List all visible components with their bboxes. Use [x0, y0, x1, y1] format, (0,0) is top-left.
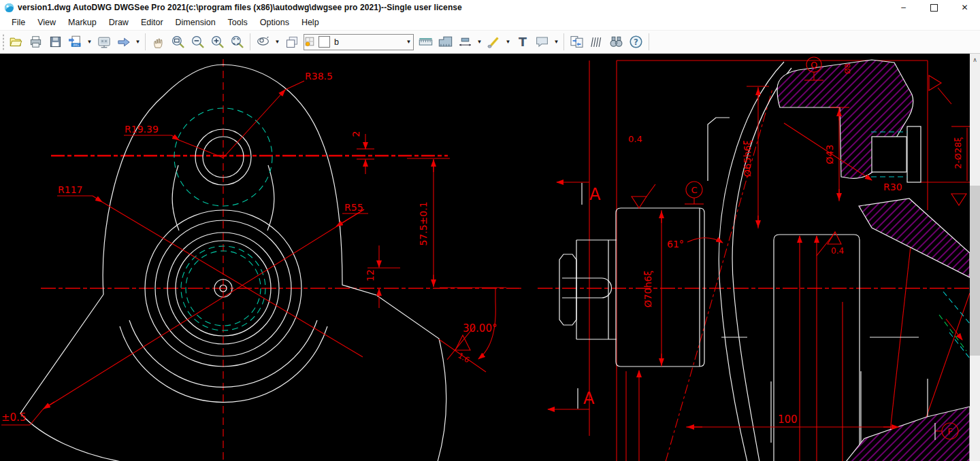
- drawing-canvas[interactable]: R38.5 R19.39 R117 R55 2 57.5±0.1 12 30.0…: [0, 54, 980, 461]
- slideshow-button[interactable]: [94, 33, 114, 51]
- measure-distance-button[interactable]: [416, 33, 436, 51]
- layer-state-icon: [304, 36, 316, 48]
- layer-combo[interactable]: b ▼: [304, 34, 414, 50]
- zoom-out-icon: [191, 35, 205, 49]
- hatch-lines-icon: [590, 35, 604, 49]
- measure-area-button[interactable]: [436, 33, 455, 51]
- vertical-scrollbar[interactable]: ∧: [970, 54, 980, 461]
- pan-hand-icon: [152, 35, 165, 49]
- datum-c-label: C: [691, 185, 697, 195]
- menu-tools[interactable]: Tools: [222, 16, 254, 29]
- zoom-in-button[interactable]: [208, 33, 227, 51]
- menu-options[interactable]: Options: [254, 16, 295, 29]
- left-dimensions: [1, 81, 506, 425]
- export-dropdown-caret[interactable]: ▼: [85, 33, 94, 51]
- toolbar-separator: [649, 33, 649, 50]
- menu-help[interactable]: Help: [295, 16, 325, 29]
- forward-arrow-icon: [117, 35, 131, 49]
- zoom-extents-button[interactable]: [227, 33, 247, 51]
- view-mode-caret[interactable]: ▼: [273, 33, 282, 51]
- pen-dropdown-caret[interactable]: ▼: [504, 33, 512, 51]
- dim-57-label: 57.5±0.1: [418, 201, 429, 245]
- dim-12-label: 12: [365, 269, 376, 281]
- zoom-window-icon: [171, 35, 185, 49]
- menu-draw[interactable]: Draw: [103, 16, 135, 29]
- pan-button[interactable]: [148, 33, 168, 51]
- layer-color-swatch: [318, 36, 330, 48]
- export-image-icon: IMG: [69, 35, 82, 49]
- menu-view[interactable]: View: [31, 16, 62, 29]
- datum-q-label: Q: [811, 60, 817, 70]
- toolbar-grip[interactable]: [1, 34, 5, 50]
- title-bar: version1.dwg AutoDWG DWGSee Pro 2021(c:\…: [0, 0, 980, 15]
- maximize-button[interactable]: [919, 0, 949, 15]
- view-dropdown-caret[interactable]: ▼: [133, 33, 142, 51]
- ruler-icon: [419, 35, 433, 49]
- green-dashed-line: [939, 315, 966, 351]
- dia70-label: Ø70h6ξ: [642, 271, 653, 307]
- dim-30deg-label: 30.00°: [463, 322, 497, 335]
- zoom-in-icon: [210, 35, 225, 49]
- dia8-label: Ø8: [843, 63, 852, 74]
- view-mode-button[interactable]: [253, 33, 273, 51]
- layers-button[interactable]: [282, 33, 301, 51]
- layer-combo-value: b: [334, 37, 404, 47]
- menu-file[interactable]: File: [5, 16, 31, 29]
- toolbar-separator: [250, 33, 250, 50]
- hatch-button[interactable]: [587, 33, 606, 51]
- rough-04-top-label: 0.4: [628, 134, 642, 144]
- toolbar: IMG ▼ ▼ ▼ b ▼ ▼ ▼ T ▼ ?: [0, 31, 980, 54]
- rough-04-mid-label: 0.4: [831, 246, 844, 256]
- close-button[interactable]: ✕: [949, 0, 980, 15]
- minimize-button[interactable]: –: [888, 0, 919, 15]
- print-button[interactable]: [26, 33, 46, 51]
- binoculars-icon: [609, 35, 623, 49]
- export-image-button[interactable]: IMG: [65, 33, 85, 51]
- markup-pen-button[interactable]: [484, 33, 504, 51]
- zoom-window-button[interactable]: [168, 33, 188, 51]
- monitor-icon: [97, 35, 111, 49]
- zoom-extents-icon: [230, 35, 244, 49]
- zoom-out-button[interactable]: [188, 33, 208, 51]
- scrollbar-thumb[interactable]: [970, 186, 980, 356]
- cam-profile: [20, 65, 446, 461]
- holes-label: 2-Ø28ξ: [953, 137, 963, 169]
- scroll-up-button[interactable]: ∧: [970, 54, 980, 65]
- text-tool-icon: T: [516, 35, 529, 49]
- svg-text:IMG: IMG: [73, 43, 79, 46]
- measure-length-icon: [458, 35, 472, 49]
- cad-drawing: R38.5 R19.39 R117 R55 2 57.5±0.1 12 30.0…: [0, 54, 970, 461]
- right-view: 0.4 A A C Q F Ø8 Ø65h6ξ Ø70h6ξ Ø43 61° R…: [538, 57, 970, 461]
- left-view: R38.5 R19.39 R117 R55 2 57.5±0.1 12 30.0…: [1, 59, 524, 461]
- menu-dimension[interactable]: Dimension: [169, 16, 222, 29]
- menu-editor[interactable]: Editor: [135, 16, 169, 29]
- dim-r38-label: R38.5: [305, 71, 333, 82]
- measure-length-button[interactable]: [455, 33, 475, 51]
- toolbar-separator: [564, 33, 564, 50]
- save-floppy-icon: [49, 35, 62, 48]
- maximize-icon: [930, 4, 938, 12]
- find-button[interactable]: [606, 33, 626, 51]
- r30-label: R30: [883, 182, 902, 192]
- next-view-button[interactable]: [114, 33, 133, 51]
- svg-text:?: ?: [634, 37, 638, 47]
- layer-combo-caret[interactable]: ▼: [404, 35, 413, 49]
- compare-button[interactable]: [567, 33, 587, 51]
- comment-dropdown-caret[interactable]: ▼: [552, 33, 561, 51]
- tol-05-label: ±0.5: [1, 411, 26, 424]
- scroll-up-icon: ∧: [973, 56, 977, 63]
- hatch-regions: [777, 60, 970, 461]
- menu-markup[interactable]: Markup: [62, 16, 103, 29]
- window-title: version1.dwg AutoDWG DWGSee Pro 2021(c:\…: [18, 3, 462, 12]
- compare-files-icon: [570, 35, 584, 49]
- dim-100-label: 100: [778, 413, 798, 426]
- comment-bubble-icon: [535, 35, 549, 49]
- text-markup-button[interactable]: T: [512, 33, 532, 51]
- measure-dropdown-caret[interactable]: ▼: [475, 33, 484, 51]
- comment-button[interactable]: [532, 33, 552, 51]
- section-a-top-label: A: [589, 185, 601, 204]
- datum-f-label: F: [947, 426, 952, 437]
- open-button[interactable]: [6, 33, 26, 51]
- help-button[interactable]: ?: [626, 33, 646, 51]
- save-button[interactable]: [46, 33, 65, 51]
